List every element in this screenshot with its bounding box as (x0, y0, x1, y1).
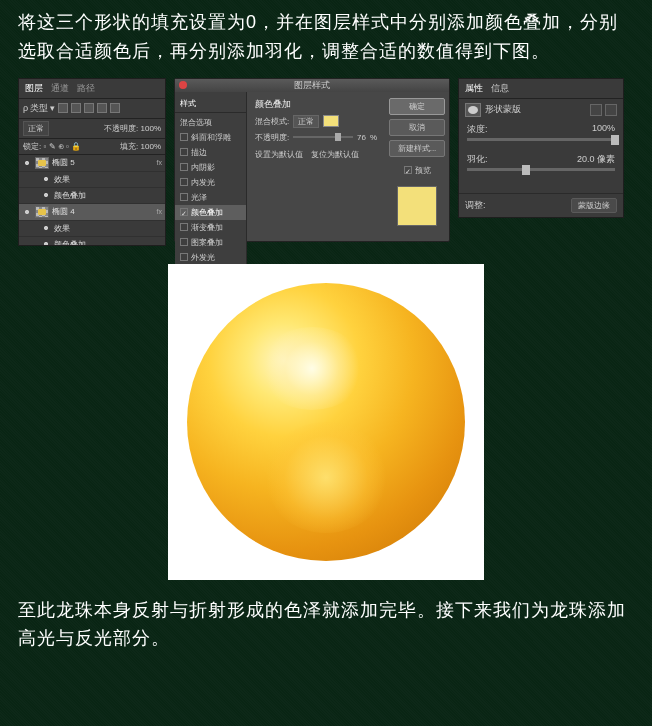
layer-thumb (35, 206, 49, 218)
style-item[interactable]: 外发光 (175, 250, 246, 265)
checkbox-icon[interactable] (180, 178, 188, 186)
filter-icon[interactable] (58, 103, 68, 113)
visibility-icon[interactable] (41, 224, 51, 232)
layer-row[interactable]: 椭圆 5 fx (19, 155, 165, 172)
blend-mode-select[interactable]: 正常 (293, 115, 319, 128)
dialog-title: 图层样式 (294, 79, 330, 92)
properties-footer: 调整: 蒙版边缘 (459, 193, 623, 217)
feather-row: 羽化: 20.0 像素 (459, 151, 623, 181)
panels-row: 图层 通道 路径 ρ 类型 ▾ 正常 不透明度: 100% 锁定: ▫ ✎ ⊕ … (0, 78, 652, 246)
style-item[interactable]: 渐变叠加 (175, 220, 246, 235)
checkbox-icon[interactable] (180, 133, 188, 141)
style-item[interactable]: 光泽 (175, 190, 246, 205)
blend-mode-select[interactable]: 正常 (23, 121, 49, 136)
tab-paths[interactable]: 路径 (77, 82, 95, 95)
blend-opacity-row: 正常 不透明度: 100% (19, 119, 165, 139)
new-style-button[interactable]: 新建样式... (389, 140, 445, 157)
visibility-icon[interactable] (22, 159, 32, 167)
checkbox-icon[interactable] (180, 253, 188, 261)
layer-row[interactable]: 椭圆 4 fx (19, 204, 165, 221)
filter-icon[interactable] (71, 103, 81, 113)
feather-value[interactable]: 20.0 像素 (577, 153, 615, 166)
layer-style-dialog: 图层样式 样式 混合选项 斜面和浮雕 描边 内阴影 内发光 光泽 颜色叠加 渐变… (174, 78, 450, 242)
kind-dropdown[interactable]: ρ 类型 ▾ (23, 102, 55, 115)
layer-effect-row[interactable]: 效果 (19, 221, 165, 237)
layer-effect-row[interactable]: 效果 (19, 172, 165, 188)
mask-icon (465, 103, 481, 117)
layer-effect-row[interactable]: 颜色叠加 (19, 188, 165, 204)
checkbox-icon[interactable] (180, 148, 188, 156)
ok-button[interactable]: 确定 (389, 98, 445, 115)
layer-effect-row[interactable]: 颜色叠加 (19, 237, 165, 245)
layers-list: 椭圆 5 fx 效果 颜色叠加 椭圆 4 fx 效果 (19, 155, 165, 245)
lock-fill-row: 锁定: ▫ ✎ ⊕ ▫ 🔒 填充: 100% (19, 139, 165, 155)
preview-swatch (397, 186, 437, 226)
style-options: 颜色叠加 混合模式: 正常 不透明度: 76 % 设置为默认值 复位为默认值 (247, 92, 385, 284)
style-item[interactable]: 描边 (175, 145, 246, 160)
mask-edge-button[interactable]: 蒙版边缘 (571, 198, 617, 213)
visibility-icon[interactable] (22, 208, 32, 216)
checkbox-icon[interactable] (180, 163, 188, 171)
filter-icon[interactable] (97, 103, 107, 113)
style-item[interactable]: 图案叠加 (175, 235, 246, 250)
tab-info[interactable]: 信息 (491, 82, 509, 95)
style-item[interactable]: 内阴影 (175, 160, 246, 175)
checkbox-icon[interactable] (180, 223, 188, 231)
styles-list: 样式 混合选项 斜面和浮雕 描边 内阴影 内发光 光泽 颜色叠加 渐变叠加 图案… (175, 92, 247, 284)
style-item[interactable]: 混合选项 (175, 115, 246, 130)
layer-thumb (35, 157, 49, 169)
color-swatch[interactable] (323, 115, 339, 127)
layers-panel: 图层 通道 路径 ρ 类型 ▾ 正常 不透明度: 100% 锁定: ▫ ✎ ⊕ … (18, 78, 166, 246)
result-canvas (168, 264, 484, 580)
style-item[interactable]: 斜面和浮雕 (175, 130, 246, 145)
feather-slider[interactable] (467, 168, 615, 171)
styles-header: 样式 (175, 96, 246, 113)
opacity-slider[interactable] (293, 136, 353, 138)
tab-layers[interactable]: 图层 (25, 82, 43, 95)
properties-panel: 属性 信息 形状蒙版 浓度: 100% 羽化: 20.0 像素 (458, 78, 624, 218)
mask-header: 形状蒙版 (459, 99, 623, 121)
checkbox-icon[interactable] (404, 166, 412, 174)
layers-filter-row: ρ 类型 ▾ (19, 99, 165, 119)
layers-panel-tabs[interactable]: 图层 通道 路径 (19, 79, 165, 99)
density-slider[interactable] (467, 138, 615, 141)
filter-icon[interactable] (84, 103, 94, 113)
vector-mask-icon[interactable] (605, 104, 617, 116)
cancel-button[interactable]: 取消 (389, 119, 445, 136)
opacity-value[interactable]: 76 (357, 133, 366, 142)
checkbox-icon[interactable] (180, 208, 188, 216)
instruction-top: 将这三个形状的填充设置为0，并在图层样式中分别添加颜色叠加，分别选取合适颜色后，… (0, 0, 652, 74)
pixel-mask-icon[interactable] (590, 104, 602, 116)
dialog-titlebar[interactable]: 图层样式 (175, 79, 449, 92)
properties-tabs[interactable]: 属性 信息 (459, 79, 623, 99)
density-row: 浓度: 100% (459, 121, 623, 151)
instruction-bottom: 至此龙珠本身反射与折射形成的色泽就添加完毕。接下来我们为龙珠添加高光与反光部分。 (0, 580, 652, 654)
set-default-link[interactable]: 设置为默认值 (255, 149, 303, 160)
style-item[interactable]: 内发光 (175, 175, 246, 190)
visibility-icon[interactable] (41, 191, 51, 199)
visibility-icon[interactable] (41, 240, 51, 245)
checkbox-icon[interactable] (180, 238, 188, 246)
visibility-icon[interactable] (41, 175, 51, 183)
filter-icon[interactable] (110, 103, 120, 113)
tab-properties[interactable]: 属性 (465, 82, 483, 95)
reset-default-link[interactable]: 复位为默认值 (311, 149, 359, 160)
sphere-graphic (187, 283, 465, 561)
style-item-color-overlay[interactable]: 颜色叠加 (175, 205, 246, 220)
checkbox-icon[interactable] (180, 193, 188, 201)
section-title: 颜色叠加 (255, 98, 377, 111)
dialog-buttons: 确定 取消 新建样式... 预览 (385, 92, 449, 284)
close-icon[interactable] (179, 81, 187, 89)
tab-channels[interactable]: 通道 (51, 82, 69, 95)
